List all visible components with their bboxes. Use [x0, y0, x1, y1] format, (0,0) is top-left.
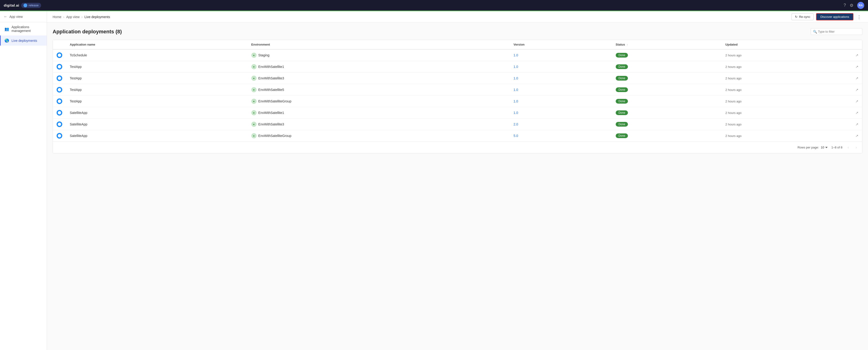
- apps-icon: 👥: [4, 27, 9, 31]
- app-row-icon: [57, 53, 62, 58]
- row-version[interactable]: 5.0: [510, 130, 612, 141]
- discover-button[interactable]: Discover applications: [816, 13, 854, 21]
- pagination-bar: Rows per page: 10 25 50 1–8 of 8 ‹ ›: [53, 141, 862, 153]
- status-badge: Done: [616, 133, 628, 138]
- version-link[interactable]: 5.0: [514, 134, 518, 138]
- app-row-icon: [57, 98, 62, 104]
- row-environment: ● EnvWithSatellite3: [248, 72, 510, 84]
- breadcrumb-sep-1: ›: [63, 15, 64, 19]
- app-row-icon: [57, 75, 62, 81]
- sidebar-back-button[interactable]: ← App view: [0, 11, 47, 22]
- external-link-icon[interactable]: ↗: [856, 99, 858, 103]
- row-version[interactable]: 1.0: [510, 96, 612, 107]
- row-external-link-cell[interactable]: ↗: [852, 49, 862, 61]
- breadcrumb-appview[interactable]: App view: [66, 15, 80, 19]
- external-link-icon[interactable]: ↗: [856, 65, 858, 69]
- row-external-link-cell[interactable]: ↗: [852, 84, 862, 96]
- row-updated: 2 hours ago: [722, 119, 852, 130]
- row-updated: 2 hours ago: [722, 84, 852, 96]
- topnav-left: digital.ai release: [4, 3, 41, 8]
- external-link-icon[interactable]: ↗: [856, 122, 858, 126]
- row-external-link-cell[interactable]: ↗: [852, 130, 862, 141]
- row-updated: 2 hours ago: [722, 96, 852, 107]
- row-environment: ● EnvWithSatelliteGroup: [248, 96, 510, 107]
- rows-per-page-select[interactable]: 10 25 50: [821, 146, 828, 149]
- version-link[interactable]: 1.0: [514, 88, 518, 92]
- settings-icon[interactable]: ⚙: [850, 3, 854, 8]
- row-icon-cell: [53, 72, 66, 84]
- external-link-icon[interactable]: ↗: [856, 134, 858, 138]
- row-status: Done: [612, 61, 722, 72]
- version-link[interactable]: 1.0: [514, 99, 518, 103]
- row-version[interactable]: 2.0: [510, 119, 612, 130]
- search-icon: 🔍: [813, 30, 817, 34]
- version-link[interactable]: 1.0: [514, 111, 518, 115]
- row-version[interactable]: 1.0: [510, 61, 612, 72]
- version-link[interactable]: 1.0: [514, 53, 518, 57]
- row-external-link-cell[interactable]: ↗: [852, 119, 862, 130]
- row-version[interactable]: 1.0: [510, 84, 612, 96]
- row-status: Done: [612, 84, 722, 96]
- row-status: Done: [612, 49, 722, 61]
- col-app-name: Application name: [66, 40, 248, 49]
- row-status: Done: [612, 119, 722, 130]
- app-row-icon: [57, 64, 62, 69]
- sidebar-back-label: App view: [9, 15, 23, 19]
- row-version[interactable]: 1.0: [510, 72, 612, 84]
- sidebar: ← App view 👥 Applications management 🌎 L…: [0, 11, 47, 350]
- external-link-icon[interactable]: ↗: [856, 111, 858, 115]
- env-icon: ●: [251, 87, 256, 92]
- app-row-icon: [57, 133, 62, 138]
- table-row: TestApp ● EnvWithSatellite5 1.0 Done 2 h…: [53, 84, 862, 96]
- col-status[interactable]: Status ↑: [612, 40, 722, 49]
- prev-page-button[interactable]: ‹: [846, 145, 850, 150]
- page-info: 1–8 of 8: [831, 146, 842, 149]
- row-app-name: SatelliteApp: [66, 130, 248, 141]
- row-external-link-cell[interactable]: ↗: [852, 96, 862, 107]
- row-version[interactable]: 1.0: [510, 49, 612, 61]
- env-icon: ●: [251, 110, 256, 115]
- row-environment: ● EnvWithSatellite1: [248, 61, 510, 72]
- external-link-icon[interactable]: ↗: [856, 53, 858, 57]
- version-link[interactable]: 1.0: [514, 65, 518, 69]
- table-row: SatelliteApp ● EnvWithSatelliteGroup 5.0…: [53, 130, 862, 141]
- avatar[interactable]: RA: [857, 2, 864, 9]
- row-external-link-cell[interactable]: ↗: [852, 72, 862, 84]
- version-link[interactable]: 2.0: [514, 122, 518, 126]
- status-badge: Done: [616, 122, 628, 127]
- version-link[interactable]: 1.0: [514, 76, 518, 80]
- sort-icon: ↑: [627, 43, 628, 46]
- help-icon[interactable]: ?: [843, 3, 846, 8]
- row-external-link-cell[interactable]: ↗: [852, 107, 862, 119]
- row-version[interactable]: 1.0: [510, 107, 612, 119]
- row-app-name: ToSchedule: [66, 49, 248, 61]
- row-icon-cell: [53, 119, 66, 130]
- breadcrumb-bar: Home › App view › Live deployments ↻ Re-…: [47, 11, 868, 23]
- env-icon: ●: [251, 53, 256, 58]
- col-version: Version: [510, 40, 612, 49]
- release-label: release: [29, 3, 39, 7]
- external-link-icon[interactable]: ↗: [856, 88, 858, 92]
- resync-button[interactable]: ↻ Re-sync: [792, 13, 814, 20]
- layout: ← App view 👥 Applications management 🌎 L…: [0, 11, 868, 350]
- app-row-icon: [57, 87, 62, 93]
- sidebar-item-live-deployments[interactable]: 🌎 Live deployments: [0, 35, 47, 45]
- more-options-button[interactable]: ⋮: [856, 13, 862, 21]
- row-updated: 2 hours ago: [722, 130, 852, 141]
- external-link-icon[interactable]: ↗: [856, 76, 858, 80]
- table-header-row: Application name Environment Version Sta…: [53, 40, 862, 49]
- next-page-button[interactable]: ›: [854, 145, 858, 150]
- row-updated: 2 hours ago: [722, 61, 852, 72]
- row-app-name: TestApp: [66, 72, 248, 84]
- breadcrumb-actions: ↻ Re-sync Discover applications ⋮: [792, 13, 862, 21]
- row-status: Done: [612, 107, 722, 119]
- row-external-link-cell[interactable]: ↗: [852, 61, 862, 72]
- breadcrumb-sep-2: ›: [82, 15, 83, 19]
- page-title: Application deployments (8): [53, 29, 122, 35]
- sidebar-item-applications-management[interactable]: 👥 Applications management: [0, 22, 47, 35]
- breadcrumb-home[interactable]: Home: [53, 15, 61, 19]
- filter-input[interactable]: [811, 28, 862, 35]
- row-app-name: TestApp: [66, 61, 248, 72]
- row-status: Done: [612, 130, 722, 141]
- row-updated: 2 hours ago: [722, 72, 852, 84]
